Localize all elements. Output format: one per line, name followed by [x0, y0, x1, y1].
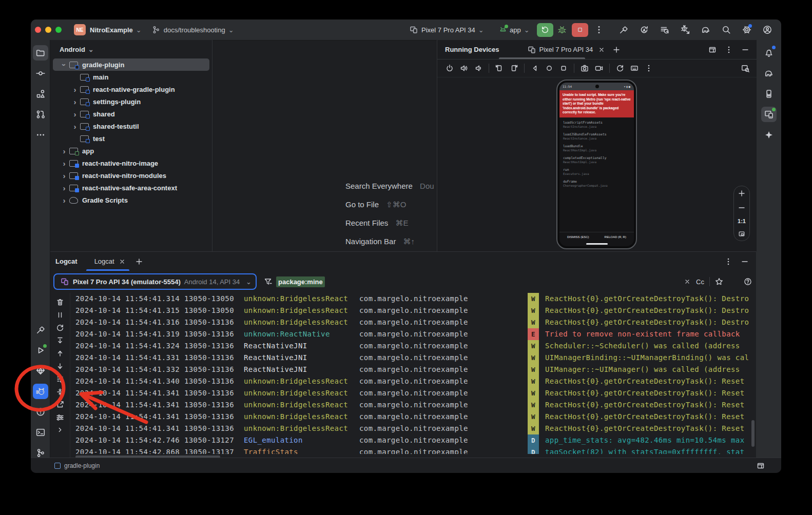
settings-gear-icon[interactable] [742, 25, 751, 34]
filter-query[interactable]: package:mine [276, 276, 325, 287]
log-row[interactable]: 2024-10-14 11:54:41.324 13050-13136 Reac… [70, 340, 756, 352]
status-notifications-icon[interactable] [757, 462, 765, 470]
tree-chevron-icon[interactable] [71, 86, 79, 93]
log-row[interactable]: 2024-10-14 11:54:41.341 13050-13136 unkn… [70, 423, 756, 434]
tree-item[interactable]: Gradle Scripts [53, 194, 209, 206]
log-row[interactable]: 2024-10-14 11:54:41.341 13050-13136 unkn… [70, 387, 756, 399]
zoom-fit-icon[interactable] [738, 230, 745, 237]
redbox-reload-button[interactable]: RELOAD (R, R) [597, 232, 634, 242]
log-row[interactable]: 2024-10-14 11:54:41.316 13050-13136 unkn… [70, 316, 756, 328]
soft-wrap-icon[interactable] [56, 375, 64, 383]
panel-options-icon[interactable] [725, 46, 733, 54]
logcat-tab[interactable]: Logcat [94, 258, 126, 265]
tree-item[interactable]: react-native-nitro-image [53, 157, 209, 169]
pull-requests-tool-icon[interactable] [33, 107, 48, 122]
pause-logcat-icon[interactable] [56, 311, 64, 319]
terminal-tool-icon[interactable] [33, 425, 48, 440]
log-row[interactable]: 2024-10-14 11:54:41.314 13050-13050 unkn… [70, 293, 756, 305]
more-tools-chevron-icon[interactable] [56, 426, 64, 433]
log-row[interactable]: 2024-10-14 11:54:42.868 13050-13137 Traf… [70, 446, 756, 454]
logcat-filter-field[interactable]: package:mine Cc [264, 274, 756, 289]
tree-chevron-icon[interactable] [60, 160, 68, 167]
more-actions-icon[interactable] [594, 25, 604, 34]
panel-options-icon[interactable] [724, 258, 732, 266]
previous-occurrence-icon[interactable] [56, 349, 64, 358]
rotate-right-icon[interactable] [510, 64, 518, 72]
profile-icon[interactable] [763, 25, 772, 34]
log-row[interactable]: 2024-10-14 11:54:41.332 13050-13136 Reac… [70, 364, 756, 375]
zoom-in-icon[interactable] [738, 189, 746, 197]
device-selector[interactable]: Pixel 7 Pro API 34 ⌄ [410, 26, 487, 34]
hide-panel-icon[interactable] [741, 46, 749, 54]
project-name[interactable]: NitroExample [90, 26, 133, 34]
project-view-selector[interactable]: Android [60, 46, 85, 53]
next-occurrence-icon[interactable] [56, 362, 64, 370]
collapse-all-icon[interactable] [56, 388, 64, 396]
tree-chevron-icon[interactable] [60, 172, 68, 180]
rerun-button[interactable] [537, 23, 553, 37]
tree-item[interactable]: react-native-safe-area-context [53, 182, 209, 194]
back-button-icon[interactable] [531, 64, 539, 72]
display-mode-icon[interactable] [630, 64, 639, 72]
status-module-label[interactable]: gradle-plugin [64, 462, 100, 469]
rotate-left-icon[interactable] [495, 64, 504, 72]
tree-item[interactable]: shared [53, 108, 209, 120]
window-zoom-button[interactable] [55, 27, 62, 33]
device-tab[interactable]: Pixel 7 Pro API 34 [528, 40, 621, 59]
commit-tool-icon[interactable] [33, 66, 48, 81]
tree-item[interactable]: react-native-gradle-plugin [53, 83, 209, 95]
new-tab-icon[interactable] [135, 258, 143, 266]
running-devices-icon[interactable] [761, 107, 777, 122]
logcat-output[interactable]: 2024-10-14 11:54:41.314 13050-13050 unkn… [70, 293, 756, 454]
overview-button-icon[interactable] [559, 64, 568, 72]
log-row[interactable]: 2024-10-14 11:54:41.341 13050-13136 unkn… [70, 399, 756, 411]
logcat-settings-icon[interactable] [56, 413, 64, 422]
reset-icon[interactable] [616, 64, 624, 72]
emulator-screen[interactable]: 11:54 ▾▮● Unable to load script. Make su… [559, 83, 634, 246]
emulator-device[interactable]: 11:54 ▾▮● Unable to load script. Make su… [556, 80, 637, 249]
window-minimize-button[interactable] [45, 27, 51, 33]
clear-filter-icon[interactable] [684, 278, 691, 285]
build-tool-icon[interactable] [33, 322, 48, 338]
tree-item[interactable]: test [53, 132, 209, 145]
log-row[interactable]: 2024-10-14 11:54:41.315 13050-13050 unkn… [70, 305, 756, 316]
build-hammer-icon[interactable] [619, 25, 628, 34]
tree-chevron-icon[interactable] [60, 147, 68, 155]
power-button-icon[interactable] [446, 64, 454, 72]
project-tool-icon[interactable] [33, 45, 48, 61]
run-tool-icon[interactable] [33, 343, 48, 358]
structure-tool-icon[interactable] [33, 86, 48, 102]
app-quality-insights-icon[interactable] [33, 363, 48, 379]
scroll-to-end-icon[interactable] [56, 336, 64, 345]
tree-item[interactable]: react-native-nitro-modules [53, 169, 209, 182]
tree-chevron-icon[interactable] [71, 110, 79, 118]
log-row[interactable]: 2024-10-14 11:54:41.340 13050-13136 unkn… [70, 375, 756, 387]
close-tab-icon[interactable] [119, 258, 126, 265]
zoom-window-icon[interactable] [741, 64, 749, 72]
log-row[interactable]: 2024-10-14 11:54:41.341 13050-13136 unkn… [70, 411, 756, 423]
screen-record-icon[interactable] [595, 64, 603, 72]
tree-item[interactable]: gradle-plugin [53, 58, 209, 71]
window-layout-icon[interactable] [708, 46, 717, 54]
zoom-reset-button[interactable]: 1:1 [738, 218, 746, 224]
more-tools-icon[interactable] [33, 127, 48, 143]
hide-panel-icon[interactable] [741, 258, 749, 266]
close-tab-icon[interactable] [598, 46, 605, 53]
search-icon[interactable] [722, 25, 731, 34]
sync-restart-icon[interactable] [660, 25, 669, 34]
tree-chevron-icon[interactable] [71, 123, 79, 130]
log-row[interactable]: 2024-10-14 11:54:41.331 13050-13136 Reac… [70, 352, 756, 364]
tree-item[interactable]: settings-plugin [53, 95, 209, 108]
gemini-icon[interactable] [761, 127, 777, 143]
window-close-button[interactable] [35, 27, 41, 33]
restart-logcat-icon[interactable] [56, 324, 64, 332]
tree-item[interactable]: app [53, 145, 209, 157]
notifications-icon[interactable] [761, 45, 777, 61]
tree-chevron-icon[interactable] [71, 135, 79, 143]
more-options-icon[interactable] [645, 64, 653, 72]
tree-chevron-icon[interactable] [60, 184, 68, 192]
help-icon[interactable] [744, 278, 752, 286]
redbox-dismiss-button[interactable]: DISMISS (ESC) [559, 232, 597, 242]
match-case-toggle[interactable]: Cc [696, 278, 704, 286]
debug-button[interactable] [557, 25, 567, 34]
